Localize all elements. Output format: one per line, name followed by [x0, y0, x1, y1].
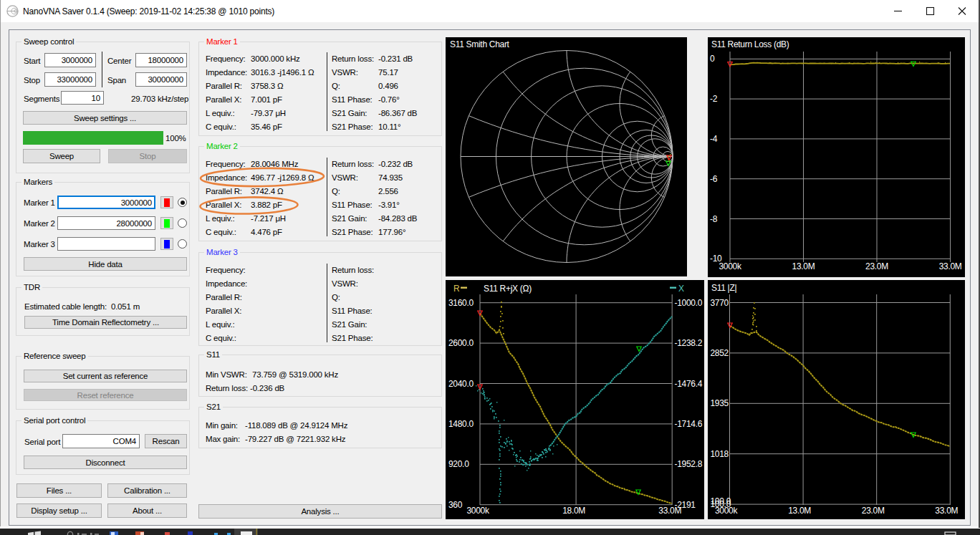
- svg-text:-1476.4: -1476.4: [675, 379, 703, 389]
- svg-text:3000k: 3000k: [719, 261, 741, 271]
- svg-text:3770: 3770: [711, 298, 729, 308]
- svg-text:23.0M: 23.0M: [862, 506, 885, 516]
- svg-text:-1238.2: -1238.2: [675, 338, 703, 348]
- svg-text:3000k: 3000k: [466, 506, 489, 516]
- svg-text:-4: -4: [710, 134, 718, 144]
- svg-text:-8: -8: [710, 214, 718, 224]
- svg-text:S11 |Z|: S11 |Z|: [711, 283, 736, 293]
- svg-text:S11 Return Loss (dB): S11 Return Loss (dB): [711, 39, 789, 49]
- svg-text:360: 360: [448, 500, 463, 510]
- svg-text:S11 Smith Chart: S11 Smith Chart: [450, 39, 510, 49]
- svg-text:1935: 1935: [711, 398, 729, 408]
- svg-text:-2: -2: [710, 94, 718, 104]
- svg-text:100.0: 100.0: [711, 496, 731, 506]
- svg-text:-1952.8: -1952.8: [675, 459, 703, 469]
- svg-text:18.0M: 18.0M: [562, 506, 585, 516]
- svg-text:X: X: [678, 284, 684, 294]
- svg-text:1018: 1018: [711, 449, 729, 459]
- svg-text:0: 0: [710, 54, 715, 64]
- svg-text:33.0M: 33.0M: [658, 506, 681, 516]
- svg-text:-1714.6: -1714.6: [675, 419, 703, 429]
- svg-text:920.0: 920.0: [448, 459, 469, 469]
- svg-text:R: R: [453, 284, 460, 294]
- svg-text:13.0M: 13.0M: [792, 261, 815, 271]
- svg-text:33.0M: 33.0M: [939, 261, 962, 271]
- svg-text:2852: 2852: [711, 348, 729, 358]
- svg-text:13.0M: 13.0M: [788, 506, 811, 516]
- svg-text:3000k: 3000k: [715, 506, 738, 516]
- svg-text:2040.0: 2040.0: [448, 379, 474, 389]
- svg-text:-6: -6: [710, 174, 718, 184]
- svg-text:3160.0: 3160.0: [448, 298, 474, 308]
- svg-text:2600.0: 2600.0: [448, 338, 474, 348]
- svg-text:23.0M: 23.0M: [865, 261, 888, 271]
- svg-text:-1000.0: -1000.0: [675, 298, 703, 308]
- svg-text:1480.0: 1480.0: [448, 419, 474, 429]
- svg-text:S11 R+jX (Ω): S11 R+jX (Ω): [484, 284, 532, 294]
- svg-text:33.0M: 33.0M: [935, 506, 958, 516]
